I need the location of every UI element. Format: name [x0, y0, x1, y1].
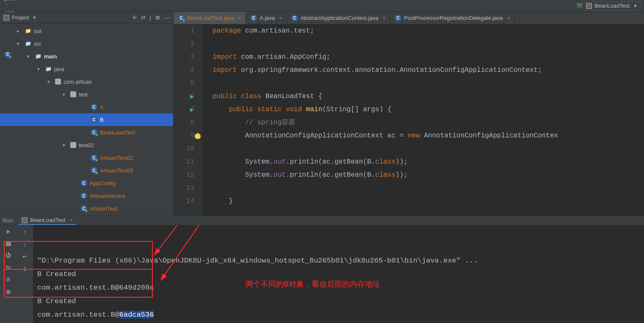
code-line[interactable]	[213, 77, 644, 90]
class-run-icon: C	[91, 167, 97, 174]
close-icon[interactable]: ×	[382, 15, 386, 21]
console-line: "D:\Program Files (x86)\Java\OpenJDK8U-j…	[37, 254, 640, 268]
up-icon[interactable]: ↑	[23, 229, 26, 235]
code-line[interactable]	[213, 38, 644, 51]
run-tab-icon	[22, 217, 28, 223]
code-line[interactable]: public static void main(String[] args) {	[213, 103, 644, 116]
tab-label: BeanLoadTest.java	[187, 15, 234, 21]
breadcrumb-seg[interactable]: java	[3, 0, 52, 2]
code-line[interactable]: System.out.println(ac.getBean(B.class));	[213, 156, 644, 169]
class-icon: C	[80, 192, 87, 199]
tree-item[interactable]: CArtisanService	[0, 189, 173, 202]
run-label: Run:	[3, 217, 14, 224]
run-tool-window: Run: BeanLoadTest × ⏻ ⇆ ✇ 🖶 ↑ ↓ ↩ ⤓	[0, 216, 644, 323]
tree-label: test02	[79, 142, 94, 148]
class-icon: C	[91, 116, 97, 123]
src-icon	[25, 40, 31, 47]
class-icon: C	[91, 104, 97, 110]
project-icon	[3, 15, 9, 21]
class-icon: C	[291, 15, 298, 22]
editor: CBeanLoadTest.java×CA.java×CAbstractAppl…	[174, 12, 644, 216]
console-output[interactable]: "D:\Program Files (x86)\Java\OpenJDK8U-j…	[33, 225, 644, 323]
editor-tab[interactable]: CA.java×	[246, 12, 287, 24]
run-tab[interactable]: BeanLoadTest ×	[18, 216, 76, 225]
run-config-selector[interactable]: BeanLoadTest	[582, 1, 641, 11]
code-area[interactable]: 1234567891011121314 package com.artisan.…	[174, 25, 644, 216]
tree-item[interactable]: ▾src	[0, 37, 173, 50]
code-line[interactable]: // spring容器	[213, 116, 644, 129]
tab-label: AbstractApplicationContext.java	[301, 15, 379, 21]
build-icon[interactable]: ⚒	[576, 2, 582, 10]
code-line[interactable]: AnnotationConfigApplicationContext ac = …	[213, 129, 644, 142]
tree-item[interactable]: ▾java	[0, 63, 173, 75]
editor-tab[interactable]: CAbstractApplicationContext.java×	[287, 12, 390, 24]
tree-label: ArtisanTest02	[100, 155, 133, 161]
tree-item[interactable]: CA	[0, 101, 173, 113]
tree-item[interactable]: ▸out	[0, 25, 173, 37]
tree-item[interactable]: ▾test	[0, 88, 173, 101]
layout-icon[interactable]: ⇆	[6, 264, 11, 271]
tree-item[interactable]: CArtisanTest03	[0, 164, 173, 177]
code-line[interactable]: import org.springframework.context.annot…	[213, 64, 644, 77]
tree-item[interactable]: ▾com.artisan	[0, 75, 173, 88]
down-icon[interactable]: ↓	[23, 241, 26, 247]
code-line[interactable]	[213, 142, 644, 156]
tree-item[interactable]: CBeanLoadTest	[0, 126, 173, 139]
tree-item[interactable]: CAppConfig	[0, 177, 173, 189]
project-title: Project	[12, 14, 29, 21]
run-gutter-icon[interactable]	[190, 108, 193, 112]
gutter: 1234567891011121314	[174, 25, 202, 216]
close-icon[interactable]: ×	[279, 15, 282, 21]
code-line[interactable]: public class BeanLoadTest {	[213, 90, 644, 103]
tree-label: A	[100, 104, 104, 110]
run-tabbar: Run: BeanLoadTest ×	[0, 216, 644, 225]
locate-icon[interactable]: ✛	[132, 14, 137, 21]
console-line: com.artisan.test.B@6adca536	[37, 308, 640, 322]
code-lines[interactable]: package com.artisan.test;import com.arti…	[202, 25, 644, 216]
class-icon: C	[178, 15, 185, 22]
chevron-down-icon[interactable]	[31, 14, 36, 21]
tree-item[interactable]: CArtisanTest02	[0, 151, 173, 164]
divider: |	[150, 14, 151, 21]
close-icon[interactable]: ×	[70, 217, 73, 223]
close-icon[interactable]: ×	[507, 15, 510, 21]
tree-label: AppConfig	[90, 180, 116, 186]
tree-item[interactable]: CB	[0, 113, 173, 126]
rerun-icon[interactable]	[7, 229, 10, 235]
run-config-label: BeanLoadTest	[594, 3, 630, 9]
gear-icon[interactable]: ✿	[155, 14, 160, 21]
debug-icon[interactable]: ✇	[6, 276, 11, 283]
tree-label: test	[79, 91, 88, 98]
class-run-icon: C	[91, 129, 97, 136]
expand-icon[interactable]: ⇄	[141, 14, 146, 21]
print-icon[interactable]: 🖶	[6, 289, 11, 295]
tree-label: main	[44, 53, 57, 60]
tree-label: out	[34, 28, 41, 34]
project-tree[interactable]: ▸out▾src▾main▾java▾com.artisan▾testCACBC…	[0, 24, 173, 216]
close-icon[interactable]: ×	[238, 15, 242, 21]
stop-icon[interactable]	[6, 241, 11, 246]
pkg-icon	[70, 91, 76, 97]
editor-tab[interactable]: CPostProcessorRegistrationDelegate.java×	[390, 12, 515, 24]
tree-item[interactable]: CArtisanTest	[0, 202, 173, 215]
code-line[interactable]: package com.artisan.test;	[213, 25, 644, 38]
class-run-icon: C	[91, 154, 97, 161]
exit-icon[interactable]: ⏻	[6, 252, 11, 258]
tree-label: ArtisanService	[90, 193, 125, 199]
run-config-icon	[586, 3, 592, 9]
code-line[interactable]	[213, 182, 644, 195]
wrap-icon[interactable]: ↩	[22, 253, 27, 260]
scroll-icon[interactable]: ⤓	[22, 266, 27, 272]
tree-item[interactable]: ▾main	[0, 50, 173, 63]
editor-tab[interactable]: CBeanLoadTest.java×	[174, 12, 246, 24]
code-line[interactable]: System.out.println(ac.getBean(B.class));	[213, 169, 644, 182]
tree-label: ArtisanTest	[90, 205, 117, 212]
code-line[interactable]: import com.artisan.AppConfig;	[213, 51, 644, 64]
hide-icon[interactable]: —	[164, 14, 170, 21]
run-tab-label: BeanLoadTest	[30, 217, 65, 223]
code-line[interactable]: }	[213, 195, 644, 208]
tree-label: com.artisan	[64, 79, 92, 85]
bulb-icon[interactable]	[195, 133, 201, 139]
run-gutter-icon[interactable]	[190, 95, 193, 99]
tree-item[interactable]: ▾test02	[0, 139, 173, 151]
